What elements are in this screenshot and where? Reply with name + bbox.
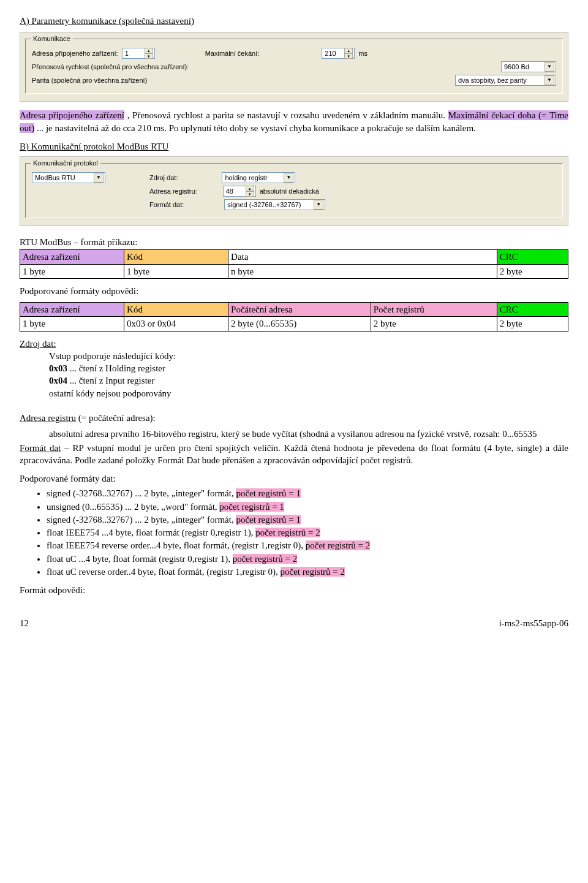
heading-response-format: Formát odpovědi: bbox=[20, 584, 568, 596]
list-item: float uC ...4 byte, float formát (regist… bbox=[47, 553, 568, 565]
spinner-down-icon[interactable]: ▼ bbox=[145, 53, 153, 59]
chevron-down-icon[interactable]: ▼ bbox=[545, 75, 554, 85]
hl-register-count: počet registrů = 1 bbox=[236, 488, 301, 498]
table-command-format: Adresa zařízení Kód Data CRC 1 byte 1 by… bbox=[20, 249, 568, 279]
td: 1 byte bbox=[124, 264, 228, 278]
td: n byte bbox=[228, 264, 497, 278]
text: ... je nastavitelná až do cca 210 ms. Po… bbox=[37, 123, 476, 133]
chevron-down-icon[interactable]: ▼ bbox=[545, 62, 554, 72]
label-device-address: Adresa připojeného zařízení: bbox=[32, 49, 118, 58]
heading-adresa-registru: Adresa registru bbox=[20, 413, 76, 423]
label-data-source: Zdroj dat: bbox=[149, 173, 178, 183]
th-data: Data bbox=[228, 250, 497, 264]
doc-id: i-ms2-ms55app-06 bbox=[499, 617, 568, 629]
td: 2 byte bbox=[497, 264, 568, 278]
td: 2 byte bbox=[497, 317, 568, 331]
list-item: signed (-32768..32767) ... 2 byte, „inte… bbox=[47, 514, 568, 526]
td: 2 byte (0...65535) bbox=[228, 317, 371, 331]
spinner-register-address[interactable]: 48 ▲ ▼ bbox=[223, 186, 256, 197]
combo-protocol[interactable]: ModBus RTU ▼ bbox=[32, 172, 105, 183]
zdroj-line1: Vstup podporuje následující kódy: bbox=[49, 350, 568, 362]
spinner-value: 210 bbox=[325, 49, 336, 58]
code-0x03: 0x03 bbox=[49, 363, 67, 373]
combo-value: signed (-32768..+32767) bbox=[227, 200, 301, 210]
spinner-value: 48 bbox=[226, 187, 233, 196]
th-crc: CRC bbox=[497, 250, 568, 264]
list-item: float uC reverse order..4 byte, float fo… bbox=[47, 566, 568, 578]
heading-response-formats: Podporované formáty odpovědi: bbox=[20, 285, 568, 297]
chevron-down-icon[interactable]: ▼ bbox=[94, 173, 104, 183]
format-text: unsigned (0...65535) ... 2 byte, „word" … bbox=[47, 502, 219, 512]
combo-parity[interactable]: dva stopbity, bez parity ▼ bbox=[455, 75, 556, 86]
list-item: signed (-32768..32767) ... 2 byte, „inte… bbox=[47, 487, 568, 499]
hl-register-count: počet registrů = 2 bbox=[281, 567, 345, 577]
heading-supported-formats: Podporované formáty dat: bbox=[20, 472, 568, 485]
label-parity: Parita (společná pro všechna zařízení) bbox=[32, 76, 147, 85]
list-item: unsigned (0...65535) ... 2 byte, „word" … bbox=[47, 501, 568, 513]
format-text: float uC reverse order..4 byte, float fo… bbox=[47, 567, 281, 577]
spinner-max-wait[interactable]: 210 ▲ ▼ bbox=[322, 48, 355, 59]
paragraph-a: Adresa připojeného zařízení , Přenosová … bbox=[20, 109, 568, 134]
list-item: float IEEE754 ...4 byte, float formát (r… bbox=[47, 526, 568, 539]
spinner-value: 1 bbox=[125, 49, 129, 58]
spinner-down-icon[interactable]: ▼ bbox=[246, 191, 254, 197]
combo-value: ModBus RTU bbox=[35, 173, 75, 183]
chevron-down-icon[interactable]: ▼ bbox=[314, 200, 323, 210]
zdroj-line4: ostatní kódy nejsou podporovány bbox=[49, 387, 568, 400]
combo-data-source[interactable]: holding registr ▼ bbox=[222, 172, 295, 183]
page-footer: 12 i-ms2-ms55app-06 bbox=[20, 617, 568, 629]
combo-value: dva stopbity, bez parity bbox=[458, 76, 527, 85]
format-text: float IEEE754 reverse order...4 byte, fl… bbox=[47, 540, 306, 550]
page-number: 12 bbox=[20, 617, 29, 629]
spinner-down-icon[interactable]: ▼ bbox=[344, 53, 353, 59]
td: 1 byte bbox=[20, 317, 124, 331]
hl-device-address: Adresa připojeného zařízení bbox=[20, 110, 124, 120]
format-dat-body: – RP vstupní modul je určen pro čtení sp… bbox=[20, 443, 568, 465]
hl-register-count: počet registrů = 2 bbox=[255, 528, 320, 537]
td: 0x03 or 0x04 bbox=[124, 317, 228, 331]
heading-adresa-suffix: (= počáteční adresa): bbox=[78, 413, 156, 423]
combo-value: 9600 Bd bbox=[504, 63, 529, 72]
text: ... čtení z Input register bbox=[70, 376, 155, 385]
label-max-wait: Maximální čekání: bbox=[205, 49, 260, 58]
adresa-body: absolutní adresa prvního 16-bitového reg… bbox=[49, 428, 568, 440]
label-register-note: absolutní dekadická bbox=[260, 187, 319, 196]
td: 2 byte bbox=[371, 317, 497, 331]
text: , Přenosová rychlost a parita se nastavu… bbox=[127, 110, 448, 120]
label-data-format: Formát dat: bbox=[149, 200, 184, 210]
heading-section-b: B) Komunikační protokol ModBus RTU bbox=[20, 140, 568, 153]
spinner-up-icon[interactable]: ▲ bbox=[145, 48, 153, 53]
format-text: signed (-32768..32767) ... 2 byte, „inte… bbox=[47, 488, 236, 498]
heading-zdroj: Zdroj dat: bbox=[20, 338, 568, 350]
code-0x04: 0x04 bbox=[49, 376, 67, 385]
heading-rtu-format: RTU ModBus – formát příkazu: bbox=[20, 236, 568, 248]
combo-value: holding registr bbox=[225, 173, 267, 183]
label-baudrate: Přenosová rychlost (společná pro všechna… bbox=[32, 63, 189, 72]
hl-register-count: počet registrů = 1 bbox=[236, 515, 301, 525]
panel-protokol: Komunikační protokol ModBus RTU ▼ Zdroj … bbox=[20, 156, 568, 226]
formats-list: signed (-32768..32767) ... 2 byte, „inte… bbox=[20, 487, 568, 578]
td: 1 byte bbox=[20, 264, 124, 278]
panel-komunikace: Komunikace Adresa připojeného zařízení: … bbox=[20, 32, 568, 102]
chevron-down-icon[interactable]: ▼ bbox=[284, 173, 293, 183]
label-ms: ms bbox=[358, 49, 368, 58]
fieldset-legend-protokol: Komunikační protokol bbox=[31, 159, 100, 168]
th-adresa: Adresa zařízení bbox=[20, 303, 124, 317]
hl-register-count: počet registrů = 2 bbox=[233, 554, 298, 564]
combo-baudrate[interactable]: 9600 Bd ▼ bbox=[501, 61, 556, 72]
th-adresa: Adresa zařízení bbox=[20, 250, 124, 264]
table-response-format: Adresa zařízení Kód Počáteční adresa Poč… bbox=[20, 302, 568, 332]
th-kod: Kód bbox=[124, 303, 228, 317]
th-crc: CRC bbox=[497, 303, 568, 317]
th-kod: Kód bbox=[124, 250, 228, 264]
format-text: signed (-32768..32767) ... 2 byte, „inte… bbox=[47, 515, 236, 525]
spinner-up-icon[interactable]: ▲ bbox=[344, 48, 353, 53]
heading-format-dat: Formát dat bbox=[20, 443, 61, 453]
text: ... čtení z Holding register bbox=[70, 363, 165, 373]
spinner-up-icon[interactable]: ▲ bbox=[246, 186, 254, 191]
hl-register-count: počet registrů = 2 bbox=[306, 540, 371, 550]
spinner-device-address[interactable]: 1 ▲ ▼ bbox=[122, 48, 155, 59]
combo-data-format[interactable]: signed (-32768..+32767) ▼ bbox=[224, 199, 325, 210]
format-text: float IEEE754 ...4 byte, float formát (r… bbox=[47, 528, 255, 537]
label-register-address: Adresa registru: bbox=[149, 187, 197, 196]
